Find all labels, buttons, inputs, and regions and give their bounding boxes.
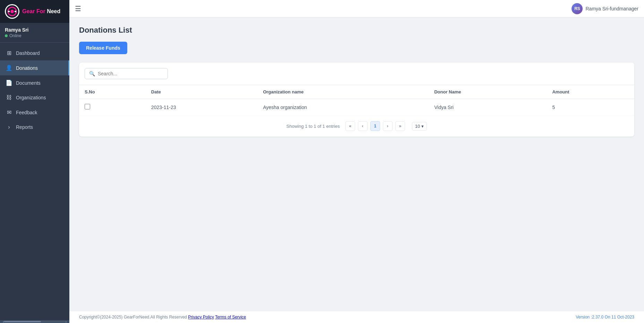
footer: Copyright©(2024-2025) GearForNeed.All Ri…: [69, 311, 644, 323]
avatar-image: RS: [572, 3, 583, 14]
sidebar-item-reports[interactable]: › Reports: [0, 120, 69, 134]
chevron-right-icon: ›: [6, 124, 12, 130]
pagination-page-1[interactable]: 1: [370, 121, 380, 131]
svg-rect-3: [8, 11, 10, 12]
per-page-value: 10: [415, 124, 420, 129]
page-content: Donations List Release Funds 🔍 S.No Date…: [69, 17, 644, 311]
donations-table-card: 🔍 S.No Date Organization name Donor Name…: [79, 63, 634, 136]
footer-version: Version :2.37.0 On 11 Oct-2023: [576, 315, 634, 320]
pagination: Showing 1 to 1 of 1 entries « ‹ 1 › » 10…: [79, 116, 634, 136]
sidebar-item-organizations-label: Organizations: [16, 95, 46, 100]
pagination-next-button[interactable]: ›: [383, 121, 393, 131]
sidebar-username: Ramya Sri: [5, 27, 65, 33]
online-status-dot: [5, 34, 8, 37]
sidebar-item-donations-label: Donations: [16, 65, 38, 71]
row-checkbox[interactable]: [85, 104, 90, 109]
col-date: Date: [146, 85, 258, 99]
topbar: ☰ RS Ramya Sri-fundmanager: [69, 0, 644, 17]
col-donor-name: Donor Name: [429, 85, 547, 99]
logo-icon: [5, 4, 19, 19]
envelope-icon: ✉: [6, 109, 12, 116]
topbar-right: RS Ramya Sri-fundmanager: [572, 3, 638, 14]
page-title: Donations List: [79, 26, 634, 35]
sidebar-item-documents-label: Documents: [16, 80, 41, 86]
cell-date: 2023-11-23: [146, 99, 258, 116]
col-amount: Amount: [547, 85, 634, 99]
sidebar-scrollbar: ‹ ›: [0, 320, 69, 323]
search-input-wrapper: 🔍: [85, 68, 168, 79]
status-label: Online: [9, 33, 22, 38]
table-body: 2023-11-23 Ayesha organization Vidya Sri…: [79, 99, 634, 116]
search-icon: 🔍: [89, 71, 95, 76]
avatar: RS: [572, 3, 583, 14]
network-icon: ⛓: [6, 94, 12, 101]
cell-org-name: Ayesha organization: [257, 99, 429, 116]
sidebar-item-feedback-label: Feedback: [16, 110, 37, 115]
cell-donor-name: Vidya Sri: [429, 99, 547, 116]
col-sno: S.No: [79, 85, 146, 99]
donations-table: S.No Date Organization name Donor Name A…: [79, 85, 634, 116]
scroll-thumb: [4, 321, 41, 322]
search-bar: 🔍: [79, 63, 634, 85]
pagination-info: Showing 1 to 1 of 1 entries: [286, 124, 340, 129]
svg-rect-4: [15, 11, 16, 12]
svg-point-2: [10, 10, 14, 13]
sidebar-logo: Gear For Need: [0, 0, 69, 23]
cell-amount: 5: [547, 99, 634, 116]
sidebar: Gear For Need Ramya Sri Online ⊞ Dashboa…: [0, 0, 69, 323]
sidebar-item-documents[interactable]: 📄 Documents: [0, 75, 69, 90]
main-content: ☰ RS Ramya Sri-fundmanager Donations Lis…: [69, 0, 644, 323]
chevron-down-icon: ▾: [421, 124, 424, 129]
sidebar-item-dashboard-label: Dashboard: [16, 50, 40, 56]
topbar-left: ☰: [75, 5, 81, 13]
pagination-prev-button[interactable]: ‹: [358, 121, 368, 131]
scroll-right-arrow[interactable]: ›: [66, 320, 67, 323]
sidebar-item-reports-label: Reports: [16, 124, 33, 130]
copyright-text: Copyright©(2024-2025) GearForNeed.All Ri…: [79, 315, 188, 320]
terms-link[interactable]: Terms of Service: [215, 315, 246, 320]
sidebar-item-feedback[interactable]: ✉ Feedback: [0, 105, 69, 120]
table-row: 2023-11-23 Ayesha organization Vidya Sri…: [79, 99, 634, 116]
search-input[interactable]: [98, 71, 163, 76]
logo-text: Gear For Need: [22, 8, 60, 15]
grid-icon: ⊞: [6, 50, 12, 56]
table-header: S.No Date Organization name Donor Name A…: [79, 85, 634, 99]
scroll-track: [4, 321, 65, 322]
user-circle-icon: 👤: [6, 65, 12, 71]
sidebar-user-status: Online: [5, 33, 65, 38]
col-org-name: Organization name: [257, 85, 429, 99]
sidebar-nav: ⊞ Dashboard 👤 Donations 📄 Documents ⛓ Or…: [0, 43, 69, 320]
hamburger-button[interactable]: ☰: [75, 5, 81, 13]
per-page-select[interactable]: 10 ▾: [412, 122, 427, 131]
release-funds-button[interactable]: Release Funds: [79, 42, 127, 54]
footer-copyright: Copyright©(2024-2025) GearForNeed.All Ri…: [79, 315, 246, 320]
sidebar-item-dashboard[interactable]: ⊞ Dashboard: [0, 45, 69, 60]
sidebar-item-organizations[interactable]: ⛓ Organizations: [0, 90, 69, 105]
pagination-last-button[interactable]: »: [395, 121, 405, 131]
topbar-username: Ramya Sri-fundmanager: [585, 6, 638, 11]
pagination-first-button[interactable]: «: [345, 121, 355, 131]
file-icon: 📄: [6, 80, 12, 86]
sidebar-item-donations[interactable]: 👤 Donations: [0, 60, 69, 75]
privacy-policy-link[interactable]: Privacy Policy: [188, 315, 214, 320]
cell-sno: [79, 99, 146, 116]
sidebar-user: Ramya Sri Online: [0, 23, 69, 43]
